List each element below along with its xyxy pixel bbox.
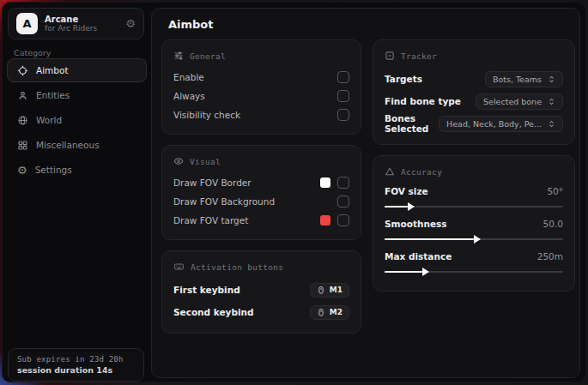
row-label: First keybind [173, 285, 240, 295]
second-keybind-button[interactable]: M2 [310, 305, 349, 320]
fov-border-color-swatch[interactable] [320, 177, 330, 188]
row-label: Draw FOV Background [173, 196, 275, 207]
keyboard-icon [173, 262, 185, 272]
general-row-visibility-check: Visibility check [173, 105, 349, 124]
sidebar-item-settings[interactable]: ⚙ Settings [7, 158, 147, 182]
triangle-icon [385, 166, 395, 177]
fov-border-checkbox[interactable] [337, 177, 349, 189]
fov-size-value: 50° [547, 186, 563, 196]
smoothness-slider[interactable] [385, 238, 563, 240]
eye-icon [173, 156, 184, 166]
row-label: Find bone type [385, 96, 461, 106]
session-duration-text: session duration 14s [17, 365, 135, 375]
mouse-icon [317, 286, 325, 295]
targets-dropdown[interactable]: Bots, Teams [485, 71, 563, 87]
sidebar: A Arcane for Arc Riders ⚙ Category Aimbo… [3, 3, 151, 382]
activation-row-second-keybind: Second keybind M2 [173, 301, 349, 323]
subscription-card: Sub expires in 23d 20h session duration … [8, 348, 144, 382]
sidebar-item-label: World [36, 115, 62, 125]
app-window: A Arcane for Arc Riders ⚙ Category Aimbo… [2, 2, 586, 382]
app-logo: A [16, 13, 38, 34]
sidebar-nav: Aimbot Entities World Miscellaneous [7, 58, 147, 182]
first-keybind-button[interactable]: M1 [310, 283, 349, 298]
row-label: Targets [385, 74, 422, 84]
sidebar-item-label: Entities [36, 90, 70, 100]
row-label: Second keybind [173, 307, 254, 317]
fov-size-slider[interactable] [385, 206, 563, 208]
page-title: Aimbot [168, 18, 214, 31]
card-title: Activation buttons [191, 262, 283, 272]
general-card: General Enable Always Visibility check [161, 39, 361, 135]
app-name: Arcane [45, 15, 118, 25]
tracker-row-targets: Targets Bots, Teams [385, 68, 563, 90]
dropdown-value: Selected bone [483, 97, 542, 106]
brand-text: Arcane for Arc Riders [45, 15, 118, 33]
sub-expiry-text: Sub expires in 23d 20h [17, 355, 135, 364]
smoothness-value: 50.0 [543, 219, 563, 229]
general-row-always: Always [173, 87, 349, 105]
fov-target-checkbox[interactable] [337, 214, 349, 226]
keybind-value: M2 [330, 308, 342, 316]
row-label: Enable [173, 72, 204, 82]
accuracy-card-header: Accuracy [385, 166, 563, 177]
row-label: Draw FOV target [173, 215, 248, 226]
mouse-icon [317, 308, 325, 317]
globe-icon [17, 115, 28, 126]
main-panel: Aimbot General Enable Always [151, 8, 580, 378]
unfold-more-icon [548, 119, 555, 129]
card-title: Visual [190, 157, 221, 166]
column-left: General Enable Always Visibility check [161, 39, 361, 334]
dropdown-value: Head, Neck, Body, Pe... [446, 119, 542, 129]
visibility-check-checkbox[interactable] [337, 109, 349, 121]
person-scan-icon [17, 90, 28, 101]
enable-checkbox[interactable] [337, 71, 349, 83]
card-title: Accuracy [401, 167, 442, 177]
visual-row-fov-border: Draw FOV Border [173, 173, 349, 192]
column-right: Tracker Targets Bots, Teams Find bone ty… [373, 39, 575, 292]
fov-background-checkbox[interactable] [337, 196, 349, 208]
slider-fill [385, 238, 474, 240]
keybind-value: M1 [330, 286, 342, 294]
card-title: General [190, 51, 226, 61]
sidebar-item-aimbot[interactable]: Aimbot [7, 58, 147, 82]
row-label: FOV size [385, 186, 428, 196]
bones-selected-dropdown[interactable]: Head, Neck, Body, Pe... [439, 116, 563, 132]
unfold-more-icon [548, 97, 555, 106]
grid-icon [17, 140, 28, 151]
always-checkbox[interactable] [337, 90, 349, 102]
row-label: Draw FOV Border [173, 177, 252, 188]
activation-card-header: Activation buttons [173, 262, 349, 272]
general-row-enable: Enable [173, 68, 349, 87]
settings-gear-icon[interactable]: ⚙ [125, 18, 136, 29]
sidebar-item-world[interactable]: World [7, 108, 147, 132]
sidebar-item-miscellaneous[interactable]: Miscellaneous [7, 133, 147, 157]
app-subtitle: for Arc Riders [45, 24, 118, 33]
find-bone-type-dropdown[interactable]: Selected bone [476, 93, 563, 110]
accuracy-row-smoothness: Smoothness 50.0 [385, 216, 563, 240]
row-label: Visibility check [173, 110, 240, 120]
unfold-more-icon [548, 75, 555, 84]
max-distance-slider[interactable] [385, 271, 563, 273]
fov-target-color-swatch[interactable] [320, 215, 330, 226]
tracker-frame-icon [385, 51, 395, 61]
visual-row-fov-background: Draw FOV Background [173, 192, 349, 211]
visual-card-header: Visual [173, 156, 349, 166]
sidebar-item-label: Aimbot [36, 65, 69, 75]
max-distance-value: 250m [537, 251, 563, 262]
accuracy-card: Accuracy FOV size 50° Smoothness 50.0 [373, 155, 575, 292]
sidebar-item-entities[interactable]: Entities [7, 83, 147, 107]
brand-card: A Arcane for Arc Riders ⚙ [8, 8, 144, 39]
accuracy-row-fov-size: FOV size 50° [385, 183, 563, 208]
row-label: Smoothness [385, 219, 447, 229]
activation-buttons-card: Activation buttons First keybind M1 Seco… [161, 250, 361, 334]
tracker-row-bones-selected: Bones Selected Head, Neck, Body, Pe... [385, 112, 563, 135]
visual-card: Visual Draw FOV Border Draw FOV Backgrou… [161, 145, 361, 240]
general-card-header: General [173, 51, 349, 61]
tracker-row-find-bone-type: Find bone type Selected bone [385, 90, 563, 112]
activation-row-first-keybind: First keybind M1 [173, 279, 349, 301]
row-label: Max distance [385, 251, 452, 262]
visual-row-fov-target: Draw FOV target [173, 211, 349, 230]
category-label: Category [14, 48, 51, 57]
sliders-icon [173, 51, 184, 61]
card-title: Tracker [401, 51, 437, 61]
